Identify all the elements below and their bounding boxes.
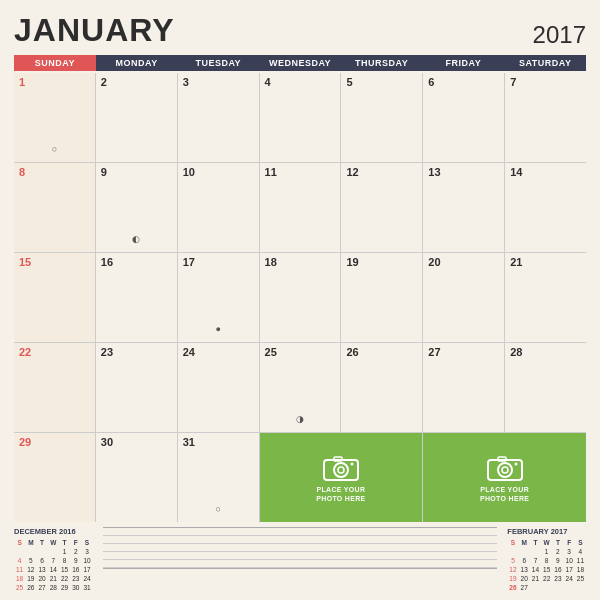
note-line <box>103 552 498 560</box>
notes-area <box>103 527 498 569</box>
calendar: JANUARY 2017 SUNDAY MONDAY TUESdAY WEDNE… <box>0 0 600 600</box>
day-7: 7 <box>505 73 586 162</box>
header-saturday: SATURDAY <box>504 55 586 71</box>
day-14: 14 <box>505 163 586 252</box>
day-5: 5 <box>341 73 422 162</box>
day-20: 20 <box>423 253 504 342</box>
bottom-section: DECEMBER 2016 SMTWTFS 123 45678910 11121… <box>14 527 586 592</box>
svg-point-4 <box>350 462 353 465</box>
day-1: 1○ <box>14 73 95 162</box>
day-19: 19 <box>341 253 422 342</box>
day-headers: SUNDAY MONDAY TUESdAY WEDNESDAY THURSDAY… <box>14 55 586 71</box>
mini-calendar-feb: FEBRUARY 2017 SMTWTFS 1234 567891011 121… <box>507 527 586 592</box>
header-monday: MONDAY <box>96 55 178 71</box>
mini-calendar-dec: DECEMBER 2016 SMTWTFS 123 45678910 11121… <box>14 527 93 592</box>
day-29: 29 <box>14 433 95 522</box>
day-13: 13 <box>423 163 504 252</box>
day-2: 2 <box>96 73 177 162</box>
day-12: 12 <box>341 163 422 252</box>
photo-cell-1[interactable]: PLACE YOURPHOTO HERE <box>260 433 423 522</box>
day-26: 26 <box>341 343 422 432</box>
svg-point-1 <box>334 463 348 477</box>
header-tuesday: TUESdAY <box>177 55 259 71</box>
header-wednesday: WEDNESDAY <box>259 55 341 71</box>
note-line <box>103 544 498 552</box>
month-title: JANUARY <box>14 12 175 49</box>
photo-cell-2[interactable]: PLACE YOURPHOTO HERE <box>423 433 586 522</box>
day-24: 24 <box>178 343 259 432</box>
day-3: 3 <box>178 73 259 162</box>
svg-point-7 <box>502 467 508 473</box>
day-18: 18 <box>260 253 341 342</box>
day-6: 6 <box>423 73 504 162</box>
photo-label-1: PLACE YOURPHOTO HERE <box>316 485 365 503</box>
header-friday: FRIDAY <box>423 55 505 71</box>
day-30: 30 <box>96 433 177 522</box>
note-line <box>103 560 498 568</box>
camera-icon-2 <box>486 452 524 482</box>
day-25: 25◑ <box>260 343 341 432</box>
day-10: 10 <box>178 163 259 252</box>
photo-label-2: PLACE YOURPHOTO HERE <box>480 485 529 503</box>
header-thursday: THURSDAY <box>341 55 423 71</box>
note-line <box>103 528 498 536</box>
day-28: 28 <box>505 343 586 432</box>
svg-point-9 <box>514 462 517 465</box>
header-sunday: SUNDAY <box>14 55 96 71</box>
day-27: 27 <box>423 343 504 432</box>
day-22: 22 <box>14 343 95 432</box>
svg-point-6 <box>498 463 512 477</box>
day-15: 15 <box>14 253 95 342</box>
day-23: 23 <box>96 343 177 432</box>
day-4: 4 <box>260 73 341 162</box>
camera-icon-1 <box>322 452 360 482</box>
calendar-header: JANUARY 2017 <box>14 12 586 49</box>
day-11: 11 <box>260 163 341 252</box>
note-line <box>103 536 498 544</box>
svg-point-2 <box>338 467 344 473</box>
day-21: 21 <box>505 253 586 342</box>
day-31: 31○ <box>178 433 259 522</box>
day-16: 16 <box>96 253 177 342</box>
day-17: 17● <box>178 253 259 342</box>
year-title: 2017 <box>533 21 586 49</box>
day-8: 8 <box>14 163 95 252</box>
day-9: 9◐ <box>96 163 177 252</box>
